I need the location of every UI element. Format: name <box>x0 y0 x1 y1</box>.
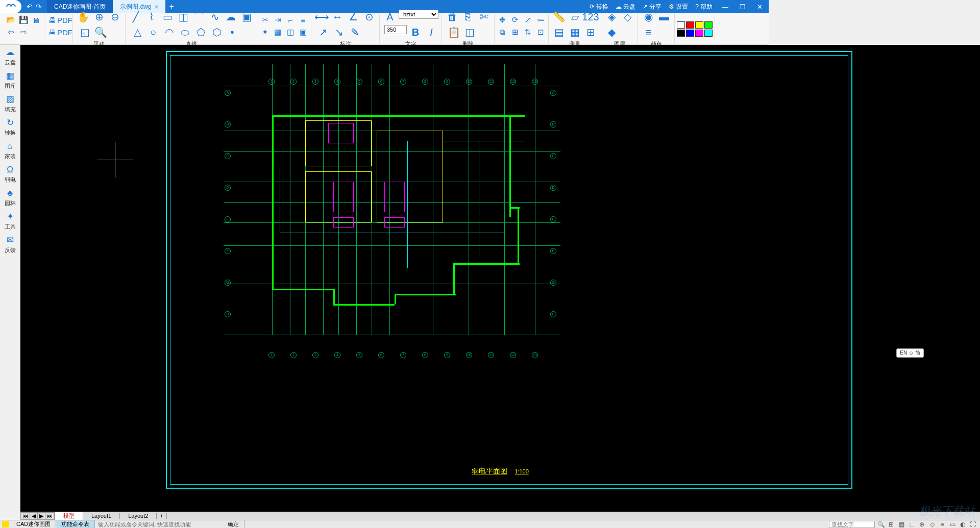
undo-button[interactable]: ↶ <box>27 3 33 11</box>
ellipse-button[interactable]: ⬭ <box>178 25 192 39</box>
print2-button[interactable]: 🖶 <box>46 27 58 38</box>
sidebar-item-弱电[interactable]: Ω弱电 <box>0 162 20 186</box>
font-name-select[interactable]: hztxt <box>399 10 438 19</box>
extend-button[interactable]: ⇥ <box>272 14 283 26</box>
settings-link[interactable]: ⚙设置 <box>669 3 688 11</box>
sidebar-item-家装[interactable]: ⌂家装 <box>0 139 20 162</box>
export-button[interactable]: ⇨ <box>18 27 29 38</box>
rotate-button[interactable]: ⟳ <box>509 14 521 26</box>
zoomin-button[interactable]: ⊕ <box>92 10 106 24</box>
color-swatch[interactable] <box>686 21 694 29</box>
sidebar-item-填充[interactable]: ▨填充 <box>0 92 20 115</box>
flipv-button[interactable]: ⇅ <box>522 27 533 38</box>
dimlin-button[interactable]: ↔ <box>330 10 345 24</box>
fillet-button[interactable]: ⌐ <box>285 14 296 26</box>
pdf2-button[interactable]: PDF <box>59 27 70 38</box>
font-size-input[interactable] <box>384 25 407 34</box>
sidebar-label: 家装 <box>5 153 16 160</box>
cut-button[interactable]: ✄ <box>477 10 491 24</box>
color-swatch[interactable] <box>677 30 685 37</box>
arrayp-button[interactable]: ⊡ <box>535 27 546 38</box>
color-swatch[interactable] <box>686 30 694 37</box>
polygon2-button[interactable]: ⬡ <box>209 25 224 39</box>
block-button[interactable]: ◫ <box>285 27 296 38</box>
arc-button[interactable]: ⌒ <box>192 10 206 24</box>
region-button[interactable]: ▣ <box>239 10 254 24</box>
layer-button[interactable]: ◈ <box>604 10 619 24</box>
area-button[interactable]: ▱ <box>568 10 582 24</box>
print-button[interactable]: 🖶 <box>46 14 58 26</box>
text-button[interactable]: A <box>383 10 397 24</box>
color-swatch[interactable] <box>704 30 713 37</box>
spline-button[interactable]: ∿ <box>208 10 222 24</box>
bold-button[interactable]: B <box>408 25 423 39</box>
point-button[interactable]: • <box>225 25 239 39</box>
dimrad-button[interactable]: ⊙ <box>362 10 376 24</box>
image-button[interactable]: ▣ <box>298 27 309 38</box>
dim-button[interactable]: ⟷ <box>314 10 329 24</box>
circle-button[interactable]: ○ <box>146 25 160 39</box>
linetype-button[interactable]: ≡ <box>641 25 655 39</box>
offset-button[interactable]: ≡ <box>298 14 309 26</box>
modify-button[interactable]: ✎ <box>348 25 362 39</box>
calc-button[interactable]: ⊞ <box>583 25 598 39</box>
polyline-button[interactable]: ⌇ <box>144 10 159 24</box>
import-button[interactable]: ⇦ <box>5 27 16 38</box>
bylayer-button[interactable]: ▬ <box>657 10 671 24</box>
sidebar-item-反馈[interactable]: ✉反馈 <box>0 233 20 256</box>
pasteblock-button[interactable]: ◫ <box>462 25 477 39</box>
italic-button[interactable]: I <box>424 25 438 39</box>
array-button[interactable]: ⊞ <box>509 27 521 38</box>
align-button[interactable]: ≔ <box>535 14 546 26</box>
line-button[interactable]: ╱ <box>129 10 143 24</box>
redo-button[interactable]: ↷ <box>36 3 42 11</box>
pan-button[interactable]: ✋ <box>76 10 90 24</box>
pdf-button[interactable]: PDF <box>59 14 70 26</box>
colorwheel-button[interactable]: ◉ <box>641 10 655 24</box>
sidebar-item-图库[interactable]: ▦图库 <box>0 68 20 92</box>
color-swatch[interactable] <box>695 30 703 37</box>
sidebar-item-转换[interactable]: ↻转换 <box>0 115 20 139</box>
trim-button[interactable]: ✂ <box>259 14 271 26</box>
zoomext-button[interactable]: ◱ <box>78 25 92 39</box>
mirror-button[interactable]: ⧉ <box>497 27 508 38</box>
cloud-button[interactable]: ☁ <box>224 10 238 24</box>
open-button[interactable]: 📂 <box>5 14 16 26</box>
tbl-button[interactable]: ▦ <box>568 25 582 39</box>
dimang-button[interactable]: ∠ <box>346 10 360 24</box>
tblstyle-button[interactable]: ▤ <box>552 25 566 39</box>
drawing-canvas[interactable]: 1122334455667788991010111112121313AABBCC… <box>20 45 769 414</box>
saveas-button[interactable]: 🗎 <box>31 14 42 26</box>
arc2-button[interactable]: ◠ <box>162 25 176 39</box>
sidebar-item-云盘[interactable]: ☁云盘 <box>0 45 20 68</box>
hatch-button[interactable]: ▦ <box>272 27 283 38</box>
dist-button[interactable]: 📏 <box>552 10 566 24</box>
move-button[interactable]: ✥ <box>497 14 508 26</box>
color-swatch[interactable] <box>704 21 713 29</box>
help-link[interactable]: ?帮助 <box>695 3 713 11</box>
id-button[interactable]: 123 <box>583 10 598 24</box>
zoomwin-button[interactable]: 🔍 <box>93 25 108 39</box>
layeroff-button[interactable]: ◇ <box>620 10 634 24</box>
zoomout-button[interactable]: ⊖ <box>108 10 122 24</box>
sidebar-item-工具[interactable]: ✦工具 <box>0 209 20 233</box>
leader-button[interactable]: ↗ <box>316 25 330 39</box>
minimize-button[interactable]: — <box>720 3 730 11</box>
color-swatch[interactable] <box>677 21 685 29</box>
color-swatch[interactable] <box>695 21 703 29</box>
triangle-button[interactable]: △ <box>130 25 144 39</box>
rect-button[interactable]: ▭ <box>160 10 175 24</box>
maximize-button[interactable]: ❐ <box>738 3 748 11</box>
rect2-button[interactable]: ◫ <box>176 10 190 24</box>
copy-button[interactable]: ⎘ <box>461 10 475 24</box>
polygon-button[interactable]: ⬠ <box>193 25 208 39</box>
paste-button[interactable]: 📋 <box>447 25 461 39</box>
scale-button[interactable]: ⤢ <box>522 14 533 26</box>
mleader-button[interactable]: ↘ <box>332 25 346 39</box>
close-button[interactable]: ✕ <box>755 3 765 11</box>
explode-button[interactable]: ✦ <box>259 27 271 38</box>
layeriso-button[interactable]: ◆ <box>604 25 619 39</box>
sidebar-item-园林[interactable]: ♣园林 <box>0 186 20 209</box>
save-button[interactable]: 💾 <box>18 14 29 26</box>
delete-button[interactable]: 🗑 <box>445 10 459 24</box>
